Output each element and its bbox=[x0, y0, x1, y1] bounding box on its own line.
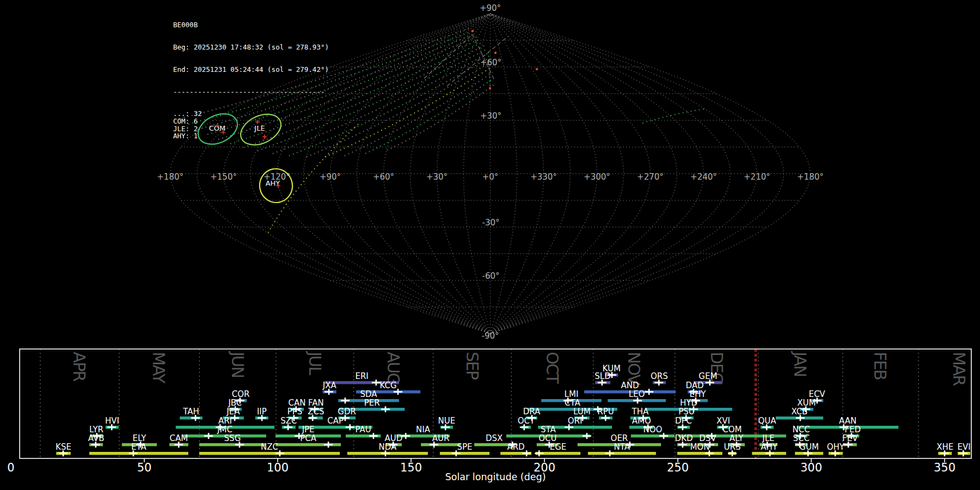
shower-GUM: GUM bbox=[795, 442, 823, 456]
shower-bar bbox=[588, 452, 656, 455]
month-label-AUG: AUG bbox=[384, 352, 403, 384]
shower-NUE: NUE bbox=[438, 416, 456, 430]
shower-HVI: HVI bbox=[105, 416, 119, 430]
observation-info: BE000B Beg: 20251230 17:48:32 (sol = 278… bbox=[173, 7, 329, 155]
map-meridian bbox=[491, 14, 651, 334]
shower-label: SSG bbox=[224, 433, 241, 443]
lon-label: +30° bbox=[426, 172, 448, 182]
shower-label: SPE bbox=[457, 442, 472, 452]
shower-bar bbox=[631, 434, 675, 438]
shower-label: GDR bbox=[338, 407, 356, 416]
shower-label: JEA bbox=[226, 407, 240, 416]
shower-OCT: OCT bbox=[518, 416, 535, 430]
shower-NDA: NDA bbox=[347, 442, 428, 456]
lon-label: +240° bbox=[690, 172, 717, 182]
shower-label: OCT bbox=[518, 416, 535, 426]
shower-count-JLE: JLE: 2 bbox=[173, 125, 329, 133]
shower-label: ERI bbox=[355, 371, 368, 381]
shower-QUA: QUA bbox=[758, 416, 776, 430]
x-axis-title: Solar longitude (deg) bbox=[445, 471, 546, 482]
radiant-drift-track bbox=[365, 78, 493, 154]
shower-IIP: IIP bbox=[255, 407, 268, 421]
shower-label: CAP bbox=[327, 416, 344, 426]
radiant-dot bbox=[494, 52, 497, 54]
shower-label: DSX bbox=[486, 433, 503, 443]
shower-SLD: SLD bbox=[595, 371, 610, 385]
shower-label: AUR bbox=[432, 433, 450, 443]
shower-label: MON bbox=[690, 442, 709, 452]
month-label-OCT: OCT bbox=[543, 352, 562, 384]
figure-canvas: +180°+150°+120°+90°+60°+30°+0°+330°+300°… bbox=[0, 0, 980, 490]
map-dashed-line bbox=[473, 34, 494, 80]
month-label-MAY: MAY bbox=[149, 352, 168, 384]
obs-end: End: 20251231 05:24:44 (sol = 279.42°) bbox=[173, 66, 329, 74]
shower-label: ARD bbox=[507, 442, 524, 452]
shower-label: LEO bbox=[629, 389, 645, 399]
x-tick-label: 350 bbox=[934, 461, 955, 474]
shower-label: THA bbox=[632, 407, 649, 416]
shower-label: NTA bbox=[614, 442, 630, 452]
lon-label: +270° bbox=[637, 172, 664, 182]
shower-OHY: OHY bbox=[827, 442, 845, 456]
x-tick-label: 300 bbox=[800, 461, 822, 474]
shower-counts: ...: 32COM: 6JLE: 2AHY: 1 bbox=[173, 110, 329, 139]
shower-label: ZCS bbox=[308, 407, 324, 416]
x-tick-label: 50 bbox=[137, 461, 152, 474]
lon-label: +210° bbox=[744, 172, 770, 182]
shower-bar bbox=[199, 452, 340, 455]
shower-label: FEV bbox=[842, 433, 858, 443]
lon-label: +60° bbox=[373, 172, 394, 182]
lon-label: +330° bbox=[530, 172, 557, 182]
month-label-APR: APR bbox=[70, 352, 89, 382]
shower-EVI: EVI bbox=[957, 442, 970, 456]
shower-label: NDA bbox=[378, 442, 397, 452]
shower-label: NUE bbox=[438, 416, 456, 426]
shower-bar bbox=[199, 443, 266, 446]
radiant-drift-track bbox=[307, 62, 491, 157]
shower-label: XCB bbox=[791, 407, 807, 416]
north-pole-label: +90° bbox=[480, 3, 501, 13]
lon-label: +300° bbox=[584, 172, 610, 182]
month-label-SEP: SEP bbox=[463, 352, 482, 380]
info-separator: ------------------------------------- bbox=[173, 88, 329, 96]
shower-count-COM: COM: 6 bbox=[173, 118, 329, 125]
shower-label: NIA bbox=[416, 425, 431, 434]
shower-label: PAU bbox=[355, 425, 371, 434]
month-label-JUN: JUN bbox=[228, 351, 247, 377]
lat-label: +30° bbox=[480, 111, 501, 121]
lon-label: +180° bbox=[797, 172, 824, 182]
lon-label: +180° bbox=[157, 172, 183, 182]
month-label-FEB: FEB bbox=[871, 352, 890, 379]
shower-DPC: DPC bbox=[675, 416, 692, 430]
radiant-drift-track bbox=[488, 52, 490, 87]
shower-CAM: CAM bbox=[169, 433, 188, 448]
radiant-dot bbox=[489, 87, 491, 89]
shower-label: PCA bbox=[300, 433, 317, 443]
lon-label: +90° bbox=[320, 172, 341, 182]
obs-begin: Beg: 20251230 17:48:32 (sol = 278.93°) bbox=[173, 44, 329, 51]
shower-FEV: FEV bbox=[842, 433, 858, 448]
shower-XCB: XCB bbox=[776, 407, 823, 421]
radiant-drift-track bbox=[345, 72, 493, 156]
lat-label: +60° bbox=[480, 58, 501, 68]
shower-label: PER bbox=[364, 398, 380, 408]
shower-ORS: ORS bbox=[651, 371, 668, 385]
shower-bar bbox=[89, 452, 188, 455]
shower-URS: URS bbox=[724, 442, 740, 456]
month-label-JUL: JUL bbox=[305, 351, 324, 376]
shower-XHE: XHE bbox=[936, 442, 953, 456]
meteor-radiant-screen: BE000B Beg: 20251230 17:48:32 (sol = 278… bbox=[0, 0, 980, 490]
station-code: BE000B bbox=[173, 21, 329, 29]
shower-bar bbox=[677, 452, 722, 455]
x-tick-label: 100 bbox=[267, 461, 289, 474]
radiant-drift-track bbox=[642, 109, 705, 123]
shower-ZCS: ZCS bbox=[308, 407, 324, 421]
south-pole-label: -90° bbox=[482, 331, 499, 341]
radiant-dot bbox=[471, 30, 474, 32]
shower-AHY: AHY bbox=[752, 442, 786, 456]
shower-label: NOO bbox=[644, 425, 663, 434]
lon-label: +0° bbox=[482, 172, 499, 182]
radiant-drift-track bbox=[325, 67, 492, 157]
lat-label: -30° bbox=[482, 218, 500, 228]
shower-RPU: RPU bbox=[597, 407, 614, 421]
